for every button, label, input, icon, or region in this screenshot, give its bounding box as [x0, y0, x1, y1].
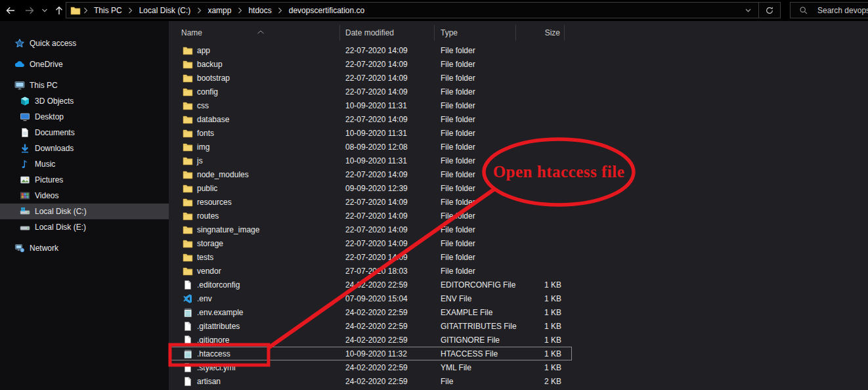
forward-button[interactable]: [22, 3, 37, 18]
breadcrumb-item-local-disk-c[interactable]: Local Disk (C:): [135, 6, 195, 15]
sidebar-item-downloads[interactable]: Downloads: [0, 141, 169, 156]
sidebar-item-pictures[interactable]: Pictures: [0, 172, 169, 188]
file-type: File folder: [435, 87, 516, 97]
file-name: database: [197, 115, 229, 124]
sidebar-item-this-pc[interactable]: This PC: [0, 77, 169, 93]
document-icon: [20, 127, 30, 138]
file-row-bootstrap[interactable]: bootstrap22-07-2020 14:09File folder: [169, 71, 572, 85]
file-row-fonts[interactable]: fonts10-09-2020 11:31File folder: [169, 126, 572, 140]
search-box[interactable]: [790, 2, 868, 18]
breadcrumb-item-devopscertification-co[interactable]: devopscertification.co: [285, 6, 368, 15]
file-row-env-example[interactable]: .env.example24-02-2020 22:59EXAMPLE File…: [169, 305, 572, 319]
file-row-env[interactable]: .env07-09-2020 15:04ENV File1 KB: [169, 292, 572, 305]
file-row-backup[interactable]: backup22-07-2020 14:09File folder: [169, 57, 572, 71]
file-name: storage: [197, 239, 223, 248]
file-name: img: [197, 142, 209, 152]
column-header-name[interactable]: Name: [169, 25, 340, 41]
file-row-app[interactable]: app22-07-2020 14:09File folder: [169, 43, 572, 57]
file-name-cell: .gitignore: [169, 335, 340, 345]
file-date-modified: 22-07-2020 14:09: [340, 253, 435, 262]
file-row-node-modules[interactable]: node_modules22-07-2020 14:09File folder: [169, 167, 572, 181]
sidebar-item-quick-access[interactable]: Quick access: [0, 35, 169, 51]
file-type: File folder: [435, 198, 516, 207]
file-row-config[interactable]: config22-07-2020 14:09File folder: [169, 85, 572, 98]
column-header-size[interactable]: Size: [516, 25, 565, 41]
file-size: 1 KB: [516, 336, 565, 345]
file-row-gitattributes[interactable]: .gitattributes24-02-2020 22:59GITATTRIBU…: [169, 319, 572, 333]
file-type: File folder: [435, 115, 516, 124]
folder-icon: [183, 142, 193, 152]
breadcrumb-chevron-icon: [276, 7, 285, 14]
file-row-editorconfig[interactable]: .editorconfig24-02-2020 22:59EDITORCONFI…: [169, 278, 572, 292]
file-name-cell: vendor: [169, 266, 340, 276]
file-row-vendor[interactable]: vendor27-07-2020 18:03File folder: [169, 264, 572, 278]
address-dropdown-button[interactable]: [737, 3, 758, 18]
file-row-resources[interactable]: resources22-07-2020 14:09File folder: [169, 195, 572, 209]
file-row-css[interactable]: css10-09-2020 11:31File folder: [169, 98, 572, 112]
breadcrumb-item-xampp[interactable]: xampp: [204, 6, 235, 15]
folder-icon: [183, 156, 193, 166]
file-row-gitignore[interactable]: .gitignore24-02-2020 22:59GITIGNORE File…: [169, 333, 572, 347]
file-type: File folder: [435, 46, 516, 55]
file-row-js[interactable]: js10-09-2020 11:31File folder: [169, 154, 572, 167]
file-name: app: [197, 46, 210, 55]
file-type: File folder: [435, 253, 516, 262]
file-type: File folder: [435, 60, 516, 69]
sidebar-item-desktop[interactable]: Desktop: [0, 109, 169, 125]
file-name: node_modules: [197, 170, 249, 179]
file-row-routes[interactable]: routes22-07-2020 14:09File folder: [169, 209, 572, 223]
column-header-date-modified[interactable]: Date modified: [340, 25, 435, 41]
search-input[interactable]: [816, 5, 868, 16]
sidebar-item-3d-objects[interactable]: 3D Objects: [0, 93, 169, 109]
recent-locations-button[interactable]: [39, 3, 50, 18]
refresh-icon: [765, 6, 774, 15]
folder-icon: [183, 128, 193, 139]
sidebar-item-local-disk-e[interactable]: Local Disk (E:): [0, 219, 169, 235]
file-size: 2 KB: [516, 377, 565, 386]
file-date-modified: 10-09-2020 11:32: [340, 349, 435, 358]
file-row-storage[interactable]: storage22-07-2020 14:09File folder: [169, 236, 572, 250]
notepad-icon: [183, 307, 193, 318]
breadcrumb-item-htdocs[interactable]: htdocs: [244, 6, 275, 15]
file-date-modified: 22-07-2020 14:09: [340, 225, 435, 234]
file-row-tests[interactable]: tests22-07-2020 14:09File folder: [169, 250, 572, 264]
sidebar-item-music[interactable]: Music: [0, 156, 169, 172]
sidebar-item-documents[interactable]: Documents: [0, 125, 169, 141]
file-row-htaccess[interactable]: .htaccess10-09-2020 11:32HTACCESS File1 …: [169, 347, 572, 360]
file-date-modified: 22-07-2020 14:09: [340, 239, 435, 248]
file-name-cell: img: [169, 142, 340, 152]
breadcrumb-chevron-icon: [235, 7, 244, 14]
file-size: 1 KB: [516, 308, 565, 317]
file-icon: [183, 280, 193, 290]
file-date-modified: 22-07-2020 14:09: [340, 87, 435, 97]
refresh-button[interactable]: [759, 3, 780, 18]
sidebar-item-onedrive[interactable]: OneDrive: [0, 56, 169, 72]
file-type: File folder: [435, 170, 516, 179]
sidebar-item-network[interactable]: Network: [0, 240, 169, 256]
column-header-type[interactable]: Type: [435, 25, 516, 41]
breadcrumb-item-this-pc[interactable]: This PC: [90, 6, 126, 15]
folder-icon: [183, 197, 193, 207]
file-row-styleci-yml[interactable]: .styleci.yml24-02-2020 22:59YML File1 KB: [169, 360, 572, 374]
file-row-public[interactable]: public09-09-2020 12:39File folder: [169, 181, 572, 195]
back-button[interactable]: [3, 3, 18, 18]
file-row-singnature-image[interactable]: singnature_image22-07-2020 14:09File fol…: [169, 223, 572, 236]
file-type: File folder: [435, 225, 516, 234]
folder-icon: [183, 100, 193, 111]
file-name: public: [197, 184, 217, 193]
file-type: GITATTRIBUTES File: [435, 322, 516, 331]
folder-icon: [183, 45, 193, 56]
navigation-pane: Quick accessOneDriveThis PC3D ObjectsDes…: [0, 21, 169, 390]
file-date-modified: 22-07-2020 14:09: [340, 60, 435, 69]
file-name-cell: bootstrap: [169, 73, 340, 83]
file-name: .htaccess: [197, 349, 230, 358]
sidebar-item-label: Network: [30, 244, 58, 253]
sidebar-item-videos[interactable]: Videos: [0, 188, 169, 204]
file-name-cell: singnature_image: [169, 225, 340, 235]
up-button[interactable]: [51, 3, 67, 18]
file-row-img[interactable]: img08-09-2020 12:08File folder: [169, 140, 572, 154]
file-row-artisan[interactable]: artisan24-02-2020 22:59File2 KB: [169, 374, 572, 388]
sidebar-item-local-disk-c[interactable]: Local Disk (C:): [0, 204, 169, 219]
file-row-database[interactable]: database22-07-2020 14:09File folder: [169, 112, 572, 126]
address-bar[interactable]: This PCLocal Disk (C:)xampphtdocsdevopsc…: [66, 2, 781, 18]
